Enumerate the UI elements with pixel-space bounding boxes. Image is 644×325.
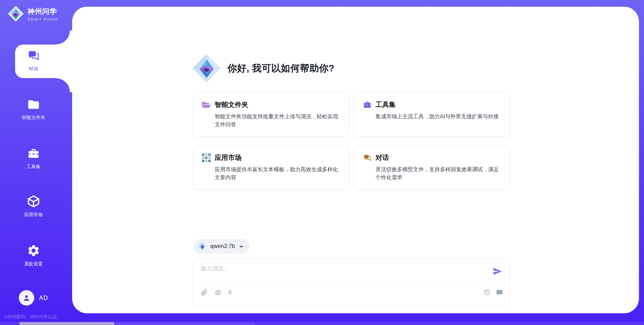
card-smart-folder[interactable]: 智能文件夹 智能文件夹功能支持批量文件上传与清洗，轻松实现文件问答 xyxy=(193,92,349,137)
greeting-title: 你好, 我可以如何帮助你? xyxy=(227,62,334,75)
topic-button[interactable]: # xyxy=(228,289,232,296)
card-description: 智能文件夹功能支持批量文件上传与清洗，轻松实现文件问答 xyxy=(215,113,340,129)
message-input[interactable] xyxy=(201,265,488,281)
sidebar-item-app-market[interactable]: 应用市场 xyxy=(7,195,60,218)
card-title: 应用市场 xyxy=(215,153,241,162)
sidebar-item-chat[interactable]: 对话 xyxy=(7,49,60,72)
composer-divider xyxy=(198,284,505,285)
send-icon xyxy=(493,267,502,276)
card-chat[interactable]: 对话 灵活切换多模型文件，支持多样回复效果调试，满足个性化需求 xyxy=(354,145,510,190)
tab-curve-top xyxy=(56,30,73,45)
chat-bubble-icon xyxy=(496,289,503,296)
sidebar-item-label: 应用市场 xyxy=(24,212,43,218)
mention-button[interactable]: @ xyxy=(215,289,221,296)
card-description: 应用市场提供丰富长文本模板，助力高效生成多样化文章内容 xyxy=(215,166,340,182)
gear-icon xyxy=(27,244,40,257)
sidebar-item-settings[interactable]: 系统设置 xyxy=(7,244,60,267)
brand-subtitle: Smart Vision xyxy=(28,17,58,21)
sidebar-item-label: 智能文件夹 xyxy=(22,115,45,121)
sidebar-item-label: 系统设置 xyxy=(24,261,43,267)
chat-bubbles-icon xyxy=(27,49,40,62)
cube-icon xyxy=(27,195,40,208)
diamond-logo-icon xyxy=(192,54,221,83)
history-icon xyxy=(484,289,490,296)
sidebar-item-label: 对话 xyxy=(29,66,38,72)
message-composer: @ # xyxy=(193,259,510,306)
user-name: AD xyxy=(39,295,48,302)
chat-bubbles-icon xyxy=(363,153,372,162)
diamond-logo-icon xyxy=(198,242,207,251)
paperclip-icon xyxy=(201,289,208,296)
toolbox-icon xyxy=(27,147,40,160)
attach-file-button[interactable] xyxy=(201,289,208,296)
sidebar-item-toolset[interactable]: 工具集 xyxy=(7,147,60,170)
at-icon: @ xyxy=(215,289,221,296)
sidebar-item-label: 工具集 xyxy=(26,164,41,170)
chevron-down-icon xyxy=(238,244,244,249)
folder-icon xyxy=(27,98,40,111)
card-app-market[interactable]: 应用市场 应用市场提供丰富长文本模板，助力高效生成多样化文章内容 xyxy=(193,145,349,190)
card-title: 对话 xyxy=(376,153,389,162)
folder-open-icon xyxy=(202,101,211,109)
copyright-footer: ©神州数码 · 神州问学出品 xyxy=(4,314,57,320)
scrollbar-track-segment xyxy=(114,322,255,325)
scrollbar-thumb[interactable] xyxy=(19,322,114,325)
grid-icon xyxy=(202,153,211,162)
person-icon xyxy=(22,294,31,302)
avatar xyxy=(19,290,34,306)
tab-curve-bottom xyxy=(56,78,73,92)
history-button[interactable] xyxy=(484,289,490,296)
diamond-logo-icon xyxy=(7,5,24,22)
app-logo: 神州问学 Smart Vision xyxy=(7,5,58,22)
toolbox-icon xyxy=(363,101,372,109)
horizontal-scrollbar[interactable] xyxy=(0,322,644,325)
feature-cards: 智能文件夹 智能文件夹功能支持批量文件上传与清洗，轻松实现文件问答 工具 xyxy=(193,92,510,190)
card-toolset[interactable]: 工具集 集成市场上主流工具，助力AI与外界无缝扩展与对接 xyxy=(354,92,510,137)
card-title: 智能文件夹 xyxy=(215,100,248,109)
greeting-block: 你好, 我可以如何帮助你? xyxy=(192,54,334,83)
card-description: 灵活切换多模型文件，支持多样回复效果调试，满足个性化需求 xyxy=(376,166,501,182)
model-selector[interactable]: qwen2:7b xyxy=(194,239,250,254)
app-window: 神州问学 Smart Vision 对话 智能文件夹 工具集 xyxy=(0,0,644,325)
card-title: 工具集 xyxy=(376,100,396,109)
send-button[interactable] xyxy=(492,267,502,277)
sidebar-item-smart-folder[interactable]: 智能文件夹 xyxy=(7,98,60,121)
hash-icon: # xyxy=(228,289,232,296)
conversations-button[interactable] xyxy=(496,289,503,296)
brand-title: 神州问学 xyxy=(28,7,58,16)
card-description: 集成市场上主流工具，助力AI与外界无缝扩展与对接 xyxy=(376,113,501,121)
main-panel: 你好, 我可以如何帮助你? 智能文件夹 智能文件夹功能支持批量文件上传与清洗，轻… xyxy=(72,7,639,313)
user-profile[interactable]: AD xyxy=(7,290,60,306)
model-name: qwen2:7b xyxy=(210,243,235,250)
